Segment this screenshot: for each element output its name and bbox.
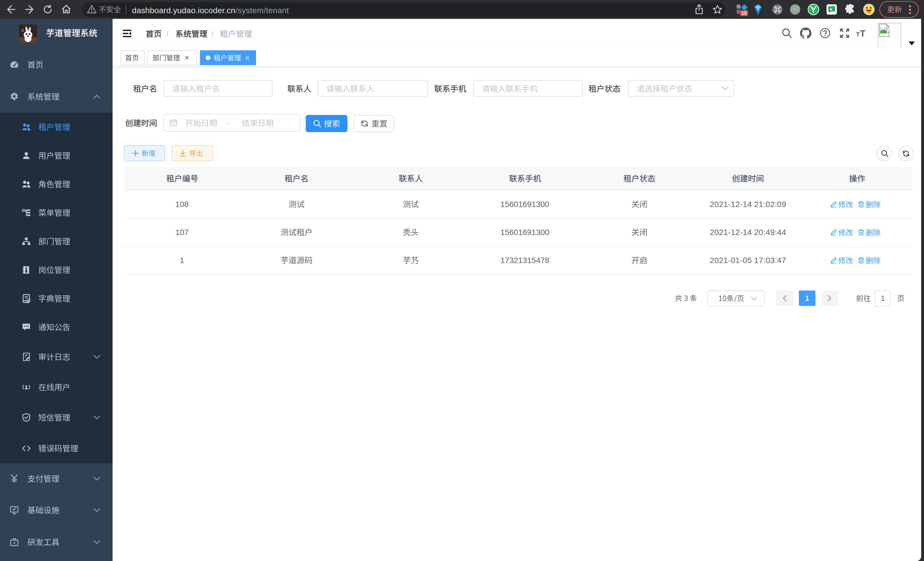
svg-text:10: 10 [741, 10, 747, 16]
